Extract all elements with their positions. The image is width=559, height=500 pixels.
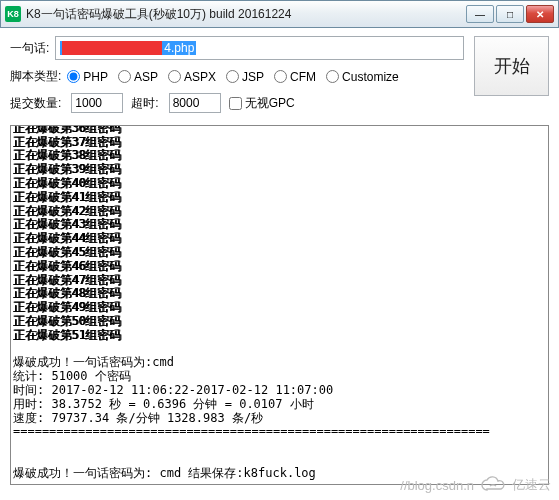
log-progress-line: 正在爆破第48组密码 bbox=[13, 287, 546, 301]
start-button[interactable]: 开始 bbox=[474, 36, 549, 96]
log-progress-line: 正在爆破第49组密码 bbox=[13, 301, 546, 315]
radio-aspx-input[interactable] bbox=[168, 70, 181, 83]
script-type-row: 脚本类型: PHP ASP ASPX JSP CFM Customize bbox=[10, 68, 464, 85]
radio-php-input[interactable] bbox=[67, 70, 80, 83]
log-progress-line: 正在爆破第37组密码 bbox=[13, 136, 546, 150]
log-progress-line: 正在爆破第50组密码 bbox=[13, 315, 546, 329]
log-progress-line: 正在爆破第39组密码 bbox=[13, 163, 546, 177]
log-line: 爆破成功！一句话密码为:cmd bbox=[13, 356, 546, 370]
url-label: 一句话: bbox=[10, 40, 49, 57]
ignore-gpc-checkbox[interactable]: 无视GPC bbox=[229, 95, 295, 112]
radio-aspx-label: ASPX bbox=[184, 70, 216, 84]
log-line: 用时: 38.3752 秒 = 0.6396 分钟 = 0.0107 小时 bbox=[13, 398, 546, 412]
window-title: K8一句话密码爆破工具(秒破10万) build 20161224 bbox=[26, 6, 466, 23]
radio-asp-input[interactable] bbox=[118, 70, 131, 83]
log-line: 统计: 51000 个密码 bbox=[13, 370, 546, 384]
top-left: 一句话: 4.php 脚本类型: PHP ASP ASPX JSP CFM Cu… bbox=[10, 36, 464, 121]
timeout-label: 超时: bbox=[131, 95, 158, 112]
url-visible-suffix: 4.php bbox=[164, 41, 194, 55]
url-selection: 4.php bbox=[60, 41, 196, 55]
submit-row: 提交数量: 超时: 无视GPC bbox=[10, 93, 464, 113]
radio-asp-label: ASP bbox=[134, 70, 158, 84]
top-panel: 一句话: 4.php 脚本类型: PHP ASP ASPX JSP CFM Cu… bbox=[10, 36, 549, 121]
log-progress-line: 正在爆破第47组密码 bbox=[13, 274, 546, 288]
radio-jsp-input[interactable] bbox=[226, 70, 239, 83]
close-button[interactable]: ✕ bbox=[526, 5, 554, 23]
radio-php[interactable]: PHP bbox=[67, 70, 108, 84]
start-button-label: 开始 bbox=[494, 54, 530, 78]
log-footer-line: 爆破成功！一句话密码为: cmd 结果保存:k8fuck.log bbox=[13, 467, 546, 481]
radio-php-label: PHP bbox=[83, 70, 108, 84]
window-buttons: — □ ✕ bbox=[466, 5, 554, 23]
log-progress-line: 正在爆破第44组密码 bbox=[13, 232, 546, 246]
log-progress-line: 正在爆破第41组密码 bbox=[13, 191, 546, 205]
submit-count-label: 提交数量: bbox=[10, 95, 61, 112]
url-input[interactable]: 4.php bbox=[55, 36, 464, 60]
log-output[interactable]: 正在爆破第30组密码正在爆破第31组密码正在爆破第32组密码正在爆破第33组密码… bbox=[10, 125, 549, 485]
radio-customize-label: Customize bbox=[342, 70, 399, 84]
radio-jsp-label: JSP bbox=[242, 70, 264, 84]
ignore-gpc-input[interactable] bbox=[229, 97, 242, 110]
timeout-input[interactable] bbox=[169, 93, 221, 113]
radio-cfm[interactable]: CFM bbox=[274, 70, 316, 84]
script-type-label: 脚本类型: bbox=[10, 68, 61, 85]
log-progress-line: 正在爆破第45组密码 bbox=[13, 246, 546, 260]
radio-customize-input[interactable] bbox=[326, 70, 339, 83]
log-progress-line: 正在爆破第38组密码 bbox=[13, 149, 546, 163]
log-progress-line: 正在爆破第51组密码 bbox=[13, 329, 546, 343]
maximize-button[interactable]: □ bbox=[496, 5, 524, 23]
log-progress-line: 正在爆破第42组密码 bbox=[13, 205, 546, 219]
log-line: 速度: 79737.34 条/分钟 1328.983 条/秒 bbox=[13, 412, 546, 426]
titlebar: K8 K8一句话密码爆破工具(秒破10万) build 20161224 — □… bbox=[0, 0, 559, 28]
radio-asp[interactable]: ASP bbox=[118, 70, 158, 84]
radio-aspx[interactable]: ASPX bbox=[168, 70, 216, 84]
app-icon: K8 bbox=[5, 6, 21, 22]
submit-count-input[interactable] bbox=[71, 93, 123, 113]
minimize-button[interactable]: — bbox=[466, 5, 494, 23]
log-progress-line: 正在爆破第46组密码 bbox=[13, 260, 546, 274]
url-redacted bbox=[62, 41, 162, 55]
client-area: 一句话: 4.php 脚本类型: PHP ASP ASPX JSP CFM Cu… bbox=[0, 28, 559, 493]
log-progress-line: 正在爆破第36组密码 bbox=[13, 125, 546, 136]
radio-customize[interactable]: Customize bbox=[326, 70, 399, 84]
log-progress-line: 正在爆破第40组密码 bbox=[13, 177, 546, 191]
url-row: 一句话: 4.php bbox=[10, 36, 464, 60]
radio-cfm-input[interactable] bbox=[274, 70, 287, 83]
log-progress-line: 正在爆破第43组密码 bbox=[13, 218, 546, 232]
radio-jsp[interactable]: JSP bbox=[226, 70, 264, 84]
ignore-gpc-label: 无视GPC bbox=[245, 95, 295, 112]
log-line: ========================================… bbox=[13, 425, 546, 439]
log-line: 时间: 2017-02-12 11:06:22-2017-02-12 11:07… bbox=[13, 384, 546, 398]
radio-cfm-label: CFM bbox=[290, 70, 316, 84]
